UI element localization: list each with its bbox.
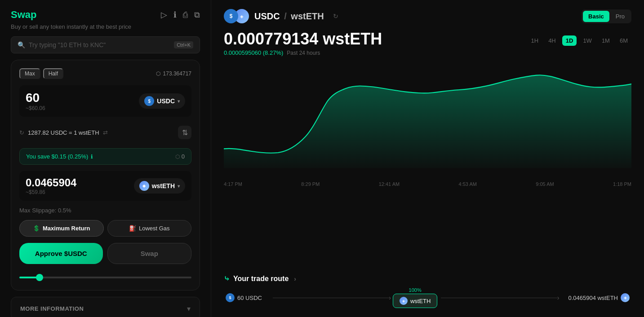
pair-title: USDC / wstETH: [254, 11, 324, 22]
chart-header: $ ◈ USDC / wstETH ↻ Basic Pro: [224, 9, 631, 23]
mode-toggle: Basic Pro: [582, 9, 631, 23]
save-num: ⬡ 0: [175, 153, 185, 160]
route-from-icon: $: [226, 293, 235, 302]
amount-left: ~$60.06: [26, 91, 98, 111]
time-1h[interactable]: 1H: [528, 35, 542, 46]
info-icon[interactable]: ℹ: [173, 10, 177, 20]
play-icon[interactable]: ▷: [161, 10, 167, 20]
trade-route-label: Your trade route: [233, 275, 289, 283]
trade-route-header: ⤷ Your trade route ›: [224, 274, 631, 283]
wsteth-icon: ◈: [139, 181, 149, 191]
pair-icons: $ ◈: [224, 9, 249, 23]
rate-text: 1287.82 USDC = 1 wstETH: [28, 129, 99, 136]
search-bar[interactable]: 🔍 Ctrl+K: [11, 36, 200, 53]
route-expand-icon[interactable]: ›: [294, 275, 296, 282]
route-from-amount: 60 USDC: [237, 295, 262, 301]
subtitle: Buy or sell any token instantly at the b…: [11, 23, 200, 30]
balance-info: ⬡ 173.364717: [156, 70, 191, 77]
to-left: 0.0465904 ~$59.86: [26, 176, 76, 195]
swap-title: Swap: [11, 9, 36, 21]
to-amount-row: 0.0465904 ~$59.86 ◈ wstETH ▾: [19, 171, 191, 201]
amount-slider[interactable]: [19, 277, 191, 278]
more-info-label: MORE INFORMATION: [20, 305, 84, 312]
from-token-chevron: ▾: [178, 99, 180, 104]
action-buttons: Approve $USDC Swap: [19, 243, 191, 264]
rate-arrows-icon[interactable]: ⇄: [103, 129, 108, 136]
from-token-selector[interactable]: $ USDC ▾: [139, 93, 185, 109]
x-label-0: 4:17 PM: [224, 181, 242, 187]
pair-usdc-icon: $: [224, 9, 238, 23]
pair-token2: wstETH: [291, 11, 324, 21]
lowest-gas-icon: ⛽: [129, 225, 136, 232]
half-button[interactable]: Half: [43, 68, 63, 79]
slider-row: [19, 270, 191, 282]
rate-refresh-icon[interactable]: ↻: [19, 129, 24, 136]
to-amount: 0.0465904: [26, 176, 76, 189]
search-input[interactable]: [29, 41, 170, 48]
x-label-2: 12:41 AM: [379, 181, 400, 187]
pair-token1: USDC: [254, 11, 280, 21]
right-panel: $ ◈ USDC / wstETH ↻ Basic Pro 0.00077913…: [211, 0, 644, 317]
time-1w[interactable]: 1W: [579, 35, 595, 46]
time-4h[interactable]: 4H: [545, 35, 560, 46]
usdc-icon: $: [144, 96, 154, 106]
badge-group: Max Half: [19, 68, 63, 79]
basic-mode-button[interactable]: Basic: [583, 11, 609, 22]
max-return-label: Maximum Return: [43, 225, 90, 232]
more-info-section[interactable]: MORE INFORMATION ▾: [11, 297, 200, 317]
x-label-1: 8:29 PM: [301, 181, 320, 187]
route-node-label: wstETH: [410, 298, 431, 304]
swap-arrows-button[interactable]: ⇅: [178, 126, 191, 139]
swap-card: Max Half ⬡ 173.364717 ~$60.06 $ USDC ▾: [11, 60, 200, 291]
route-icon: ⤷: [224, 274, 230, 283]
x-label-3: 4:53 AM: [459, 181, 477, 187]
time-1m[interactable]: 1M: [598, 35, 613, 46]
time-6m[interactable]: 6M: [616, 35, 631, 46]
lowest-gas-button[interactable]: ⛽ Lowest Gas: [107, 220, 192, 237]
route-line-left: [273, 298, 389, 298]
save-label: You save $0.15 (0.25%): [26, 153, 88, 160]
route-line-right: [441, 298, 557, 298]
price-chart: [224, 52, 631, 178]
max-button[interactable]: Max: [19, 68, 40, 79]
lowest-gas-label: Lowest Gas: [139, 225, 170, 232]
route-buttons: 💲 Maximum Return ⛽ Lowest Gas: [19, 220, 191, 237]
approve-button[interactable]: Approve $USDC: [19, 243, 103, 264]
time-1d[interactable]: 1D: [562, 35, 577, 46]
route-to: 0.0465904 wstETH ◈: [568, 293, 630, 302]
rate-row: ↻ 1287.82 USDC = 1 wstETH ⇄ ⇅: [19, 123, 191, 142]
from-amount-input[interactable]: [26, 91, 98, 105]
route-endpoints: $ 60 USDC 100% ◈ wstETH 0.0465904 wstETH…: [224, 287, 631, 308]
swap-header: Swap ▷ ℹ ⎙ ⧉: [11, 9, 200, 21]
settings-icon[interactable]: ⧉: [194, 10, 200, 20]
pro-mode-button[interactable]: Pro: [610, 11, 630, 22]
to-token-chevron: ▾: [178, 184, 180, 189]
balance-value: 173.364717: [163, 70, 191, 77]
to-token-label: wstETH: [152, 182, 175, 189]
route-to-icon: ◈: [621, 293, 630, 302]
max-return-button[interactable]: 💲 Maximum Return: [19, 220, 104, 237]
pair-refresh-icon[interactable]: ↻: [333, 13, 338, 20]
pair-separator: /: [284, 11, 289, 21]
chart-x-labels: 4:17 PM 8:29 PM 12:41 AM 4:53 AM 9:05 AM…: [224, 180, 631, 189]
balance-icon: ⬡: [156, 70, 160, 77]
x-label-4: 9:05 AM: [536, 181, 554, 187]
amount-row: ~$60.06 $ USDC ▾: [19, 85, 191, 117]
header-icons: ▷ ℹ ⎙ ⧉: [161, 10, 200, 20]
from-token-label: USDC: [157, 97, 175, 105]
to-token-selector[interactable]: ◈ wstETH ▾: [134, 178, 185, 194]
save-info-icon[interactable]: ℹ: [91, 154, 93, 160]
search-shortcut: Ctrl+K: [174, 41, 193, 48]
from-usd: ~$60.06: [26, 105, 98, 111]
left-panel: Swap ▷ ℹ ⎙ ⧉ Buy or sell any token insta…: [0, 0, 211, 317]
save-banner: You save $0.15 (0.25%) ℹ ⬡ 0: [19, 148, 191, 165]
swap-button[interactable]: Swap: [107, 243, 192, 264]
route-from: $ 60 USDC: [226, 293, 262, 302]
share-icon[interactable]: ⎙: [183, 10, 188, 20]
trade-route-section: ⤷ Your trade route › $ 60 USDC 100% ◈ ws…: [224, 274, 631, 308]
search-icon: 🔍: [18, 41, 25, 48]
pair-info: $ ◈ USDC / wstETH ↻: [224, 9, 338, 23]
route-to-amount: 0.0465904 wstETH: [568, 295, 618, 301]
time-controls: 1H 4H 1D 1W 1M 6M: [528, 35, 632, 46]
save-text: You save $0.15 (0.25%) ℹ: [26, 153, 93, 160]
